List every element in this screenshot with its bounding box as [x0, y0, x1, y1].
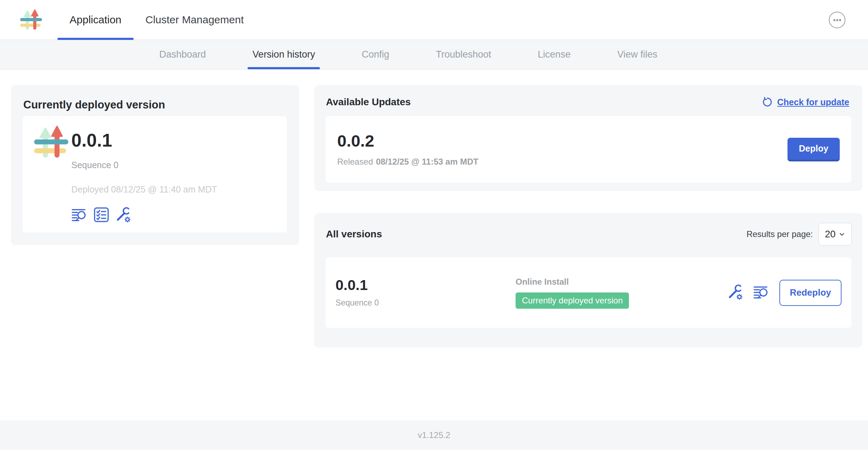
check-for-update-link[interactable]: Check for update: [762, 96, 849, 108]
check-for-update-label: Check for update: [777, 97, 849, 107]
version-history-page: Currently deployed version 0.0.1 Sequenc…: [0, 70, 868, 420]
config-icon[interactable]: [115, 207, 131, 223]
update-version-block: 0.0.2 Released08/12/25 @ 11:53 am MDT: [337, 132, 478, 167]
deployed-version-card: 0.0.1 Sequence 0 Deployed 08/12/25 @ 11:…: [23, 116, 287, 232]
subnav-item-troubleshoot[interactable]: Troubleshoot: [436, 40, 491, 69]
tab-cluster-management[interactable]: Cluster Management: [133, 0, 256, 40]
deployed-version-details: 0.0.1 Sequence 0 Deployed 08/12/25 @ 11:…: [71, 116, 217, 223]
config-icon: [727, 284, 743, 300]
results-per-page-label: Results per page:: [747, 229, 813, 239]
released-date: 08/12/25 @ 11:53 am MDT: [376, 157, 478, 166]
version-row-actions: Redeploy: [727, 280, 842, 306]
console-footer: v1.125.2: [0, 420, 868, 450]
logs-icon[interactable]: [71, 207, 88, 223]
version-row-number: 0.0.1: [335, 278, 516, 292]
subnav-item-version-history[interactable]: Version history: [252, 40, 315, 69]
tab-application-label: Application: [70, 14, 121, 26]
all-versions-section: All versions Results per page: 20 0.0.1 …: [314, 213, 862, 348]
preflight-checks-icon[interactable]: [93, 207, 109, 223]
refresh-icon: [762, 96, 773, 108]
top-bar: Application Cluster Management: [0, 0, 868, 40]
subnav-item-config[interactable]: Config: [362, 40, 389, 69]
row-logs-action[interactable]: [753, 284, 769, 302]
logs-icon: [753, 284, 769, 300]
console-version: v1.125.2: [418, 430, 450, 440]
version-row-status-block: Online Install Currently deployed versio…: [516, 277, 727, 309]
deployed-timestamp: Deployed 08/12/25 @ 11:40 am MDT: [71, 184, 217, 195]
deployed-sequence: Sequence 0: [71, 160, 217, 170]
app-subnav: Dashboard Version history Config Trouble…: [0, 40, 868, 70]
chevron-down-icon: [838, 231, 845, 238]
app-icon: [34, 124, 69, 161]
redeploy-button[interactable]: Redeploy: [779, 280, 842, 306]
deployed-version-actions: [71, 207, 217, 223]
install-type: Online Install: [516, 277, 727, 287]
update-version-number: 0.0.2: [337, 132, 478, 149]
available-updates-header: Available Updates Check for update: [314, 85, 862, 108]
update-released-timestamp: Released08/12/25 @ 11:53 am MDT: [337, 157, 478, 167]
tab-application[interactable]: Application: [58, 0, 133, 40]
version-row-sequence: Sequence 0: [335, 298, 516, 308]
results-per-page-select[interactable]: 20: [819, 223, 852, 245]
all-versions-header: All versions Results per page: 20: [314, 213, 862, 245]
available-updates-section: Available Updates Check for update 0.0.2…: [314, 85, 862, 191]
currently-deployed-title: Currently deployed version: [23, 99, 299, 111]
currently-deployed-card: Currently deployed version 0.0.1 Sequenc…: [11, 85, 299, 245]
subnav-item-dashboard[interactable]: Dashboard: [159, 40, 206, 69]
subnav-item-view-files[interactable]: View files: [617, 40, 658, 69]
version-row-version-block: 0.0.1 Sequence 0: [335, 278, 516, 308]
results-per-page-value: 20: [825, 229, 836, 240]
all-versions-title: All versions: [326, 229, 382, 240]
available-updates-title: Available Updates: [326, 96, 411, 108]
overflow-menu-button[interactable]: [829, 12, 845, 28]
results-per-page: Results per page: 20: [747, 223, 852, 245]
subnav-item-license[interactable]: License: [538, 40, 571, 69]
app-logo-icon: [20, 6, 42, 35]
version-row: 0.0.1 Sequence 0 Online Install Currentl…: [326, 257, 851, 328]
available-update-row: 0.0.2 Released08/12/25 @ 11:53 am MDT De…: [326, 116, 851, 183]
row-config-action[interactable]: [727, 284, 743, 302]
primary-tabs: Application Cluster Management: [58, 0, 256, 40]
ellipsis-icon: [832, 15, 842, 25]
deploy-button[interactable]: Deploy: [787, 138, 840, 161]
currently-deployed-badge: Currently deployed version: [516, 292, 629, 309]
tab-cluster-management-label: Cluster Management: [145, 14, 244, 26]
deployed-version-number: 0.0.1: [71, 131, 217, 149]
released-prefix: Released: [337, 157, 373, 166]
